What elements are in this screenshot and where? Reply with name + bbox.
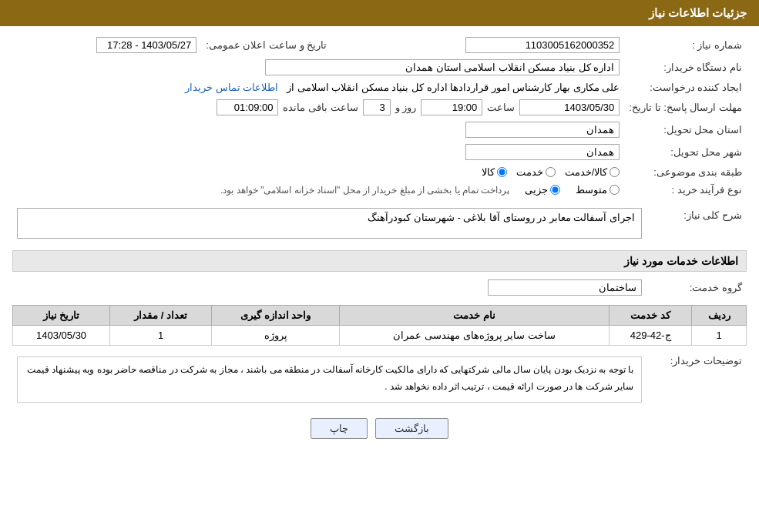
creator-label: ایجاد کننده درخواست: <box>624 79 747 96</box>
deadline-remain-input[interactable] <box>217 99 278 115</box>
radio-khedmat[interactable]: خدمت <box>516 166 556 178</box>
process-options: متوسط جزیی پرداخت تمام یا بخشی از مبلغ خ… <box>12 181 624 199</box>
radio-kala-khedmat-input[interactable] <box>610 167 620 177</box>
city-value <box>12 141 624 163</box>
buyer-notes-box: با توجه به نزدیک بودن پایان سال مالی شرک… <box>17 356 642 403</box>
deadline-days-label: روز و <box>395 102 417 113</box>
table-cell-4: 1 <box>110 326 212 346</box>
need-number-label: شماره نیاز : <box>624 34 747 56</box>
creator-text: علی مکاری بهار کارشناس امور قراردادها اد… <box>287 82 620 93</box>
buyer-notes-value: با توجه به نزدیک بودن پایان سال مالی شرک… <box>12 350 646 409</box>
services-table: ردیف کد خدمت نام خدمت واحد اندازه گیری ت… <box>12 305 747 346</box>
announcement-date-input[interactable] <box>96 37 196 53</box>
process-note: پرداخت تمام یا بخشی از مبلغ خریدار از مح… <box>220 185 509 196</box>
table-row: 1ج-42-429ساخت سایر پروژه‌های مهندسی عمرا… <box>13 326 747 346</box>
description-section: شرح کلی نیاز: اجرای آسفالت معابر در روست… <box>12 205 747 244</box>
province-label: استان محل تحویل: <box>624 119 747 141</box>
services-section-header: اطلاعات خدمات مورد نیاز <box>12 250 747 272</box>
col-header-code: کد خدمت <box>609 306 691 326</box>
creator-link[interactable]: اطلاعات تماس خریدار <box>185 82 278 93</box>
province-value <box>12 119 624 141</box>
radio-jozee-label: جزیی <box>525 184 548 196</box>
buyer-org-label: نام دستگاه خریدار: <box>624 56 747 79</box>
table-cell-1: ج-42-429 <box>609 326 691 346</box>
radio-khedmat-input[interactable] <box>546 167 556 177</box>
need-desc-textarea[interactable]: اجرای آسفالت معابر در روستای آقا بلاغی -… <box>17 208 642 239</box>
need-desc-value: اجرای آسفالت معابر در روستای آقا بلاغی -… <box>12 205 646 244</box>
col-header-date: تاریخ نیاز <box>13 306 110 326</box>
main-content: شماره نیاز : تاریخ و ساعت اعلان عمومی: ن… <box>0 26 759 456</box>
announcement-date-value <box>12 34 201 56</box>
table-cell-3: پروژه <box>212 326 340 346</box>
buyer-notes-section: توضیحات خریدار: با توجه به نزدیک بودن پا… <box>12 350 747 409</box>
radio-kala-khedmat-label: کالا/خدمت <box>565 166 608 178</box>
radio-mottaset-label: متوسط <box>576 184 607 196</box>
service-group-section: گروه خدمت: <box>12 276 747 299</box>
service-group-input[interactable] <box>488 279 642 296</box>
buyer-org-value <box>12 56 624 79</box>
deadline-label: مهلت ارسال پاسخ: تا تاریخ: <box>624 96 747 119</box>
radio-mottaset[interactable]: متوسط <box>576 184 620 196</box>
process-label: نوع فرآیند خرید : <box>624 181 747 199</box>
province-input[interactable] <box>465 122 620 138</box>
buyer-org-input[interactable] <box>265 59 620 75</box>
city-input[interactable] <box>465 144 620 160</box>
col-header-unit: واحد اندازه گیری <box>212 306 340 326</box>
col-header-name: نام خدمت <box>340 306 610 326</box>
deadline-date-input[interactable] <box>519 99 620 115</box>
need-number-input[interactable] <box>465 37 620 53</box>
category-options: کالا/خدمت خدمت کالا <box>12 163 624 181</box>
table-cell-2: ساخت سایر پروژه‌های مهندسی عمران <box>340 326 610 346</box>
need-number-value <box>342 34 624 56</box>
radio-kala-khedmat[interactable]: کالا/خدمت <box>565 166 620 178</box>
radio-jozee[interactable]: جزیی <box>525 184 560 196</box>
city-label: شهر محل تحویل: <box>624 141 747 163</box>
back-button[interactable]: بازگشت <box>375 418 448 439</box>
deadline-days-input[interactable] <box>363 99 391 115</box>
table-cell-0: 1 <box>692 326 747 346</box>
deadline-time-input[interactable] <box>421 99 482 115</box>
print-button[interactable]: چاپ <box>311 418 368 439</box>
page-container: جزئیات اطلاعات نیاز شماره نیاز : تاریخ و… <box>0 0 759 532</box>
col-header-row: ردیف <box>692 306 747 326</box>
page-header: جزئیات اطلاعات نیاز <box>0 0 759 26</box>
deadline-remain-label: ساعت باقی مانده <box>283 102 358 113</box>
need-desc-label: شرح کلی نیاز: <box>646 205 747 244</box>
radio-jozee-input[interactable] <box>550 185 560 195</box>
deadline-row: ساعت روز و ساعت باقی مانده <box>12 96 624 119</box>
category-label: طبقه بندی موضوعی: <box>624 163 747 181</box>
radio-kala[interactable]: کالا <box>482 166 507 178</box>
radio-kala-input[interactable] <box>497 167 507 177</box>
buttons-row: بازگشت چاپ <box>12 418 747 439</box>
radio-kala-label: کالا <box>482 166 495 178</box>
radio-khedmat-label: خدمت <box>516 166 543 178</box>
creator-value: علی مکاری بهار کارشناس امور قراردادها اد… <box>12 79 624 96</box>
service-group-value <box>12 276 646 299</box>
col-header-qty: تعداد / مقدار <box>110 306 212 326</box>
page-title: جزئیات اطلاعات نیاز <box>649 6 747 19</box>
info-section: شماره نیاز : تاریخ و ساعت اعلان عمومی: ن… <box>12 34 747 199</box>
announcement-date-label: تاریخ و ساعت اعلان عمومی: <box>201 34 342 56</box>
buyer-notes-label: توضیحات خریدار: <box>646 350 747 409</box>
deadline-time-label: ساعت <box>487 102 515 113</box>
buyer-notes-text: با توجه به نزدیک بودن پایان سال مالی شرک… <box>27 364 633 392</box>
radio-mottaset-input[interactable] <box>610 185 620 195</box>
service-group-label: گروه خدمت: <box>646 276 747 299</box>
table-cell-5: 1403/05/30 <box>13 326 110 346</box>
